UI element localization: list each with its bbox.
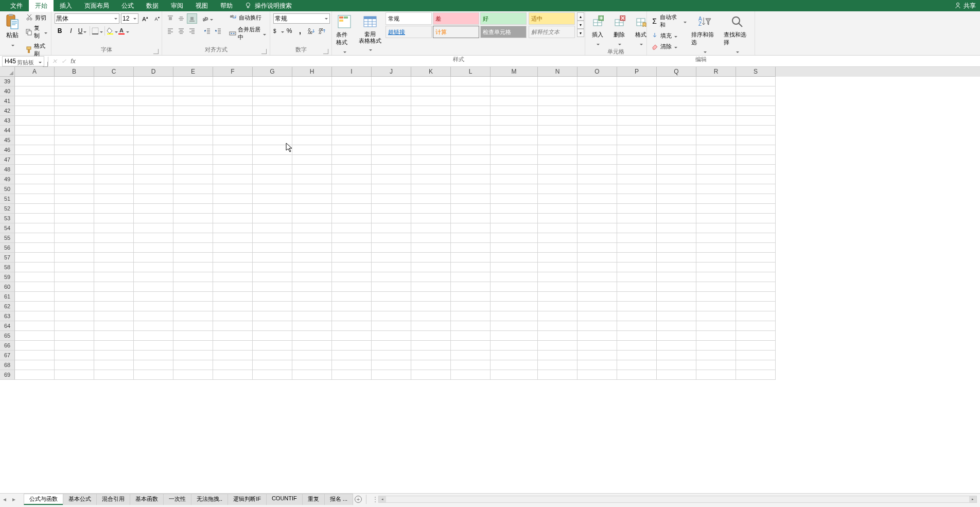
increase-font-button[interactable]: A▴ — [140, 13, 150, 24]
accounting-button[interactable]: $ — [273, 26, 284, 36]
action-search-label[interactable]: 操作说明搜索 — [255, 2, 292, 10]
font-launcher[interactable] — [153, 49, 159, 54]
col-header-L[interactable]: L — [451, 67, 491, 77]
tab-file[interactable]: 文件 — [4, 0, 29, 12]
sheet-tab[interactable]: 重复 — [302, 494, 325, 505]
insert-cells-button[interactable]: 插入 — [587, 12, 608, 48]
sheet-tab[interactable]: 报名 ... — [324, 494, 353, 505]
italic-button[interactable]: I — [66, 26, 76, 36]
row-header-68[interactable]: 68 — [0, 360, 15, 370]
align-center-button[interactable] — [176, 26, 186, 36]
format-as-table-button[interactable]: 套用 表格格式 — [357, 12, 383, 54]
fill-color-dropdown[interactable] — [114, 27, 118, 34]
decrease-decimal-button[interactable]: .00.0 — [317, 26, 327, 36]
align-bottom-button[interactable] — [187, 13, 197, 24]
gallery-expand[interactable]: ▾ — [577, 29, 584, 37]
increase-indent-button[interactable] — [213, 26, 223, 36]
accounting-dropdown[interactable] — [280, 27, 284, 34]
sheet-tab[interactable]: 逻辑判断IF — [227, 494, 267, 505]
col-header-K[interactable]: K — [411, 67, 451, 77]
table-format-dropdown[interactable] — [368, 45, 372, 53]
sheet-tab[interactable]: 基本公式 — [63, 494, 97, 505]
clipboard-launcher[interactable] — [43, 62, 48, 67]
col-header-G[interactable]: G — [253, 67, 292, 77]
style-check[interactable]: 检查单元格 — [480, 26, 527, 38]
row-header-63[interactable]: 63 — [0, 311, 15, 321]
row-header-57[interactable]: 57 — [0, 253, 15, 263]
row-header-55[interactable]: 55 — [0, 233, 15, 243]
style-normal[interactable]: 常规 — [386, 12, 432, 25]
tab-data[interactable]: 数据 — [140, 0, 165, 12]
row-header-69[interactable]: 69 — [0, 370, 15, 380]
decrease-font-button[interactable]: A▾ — [152, 13, 162, 24]
horizontal-scrollbar[interactable]: ◂ ▸ — [378, 496, 977, 503]
fill-color-button[interactable] — [107, 26, 117, 36]
row-header-59[interactable]: 59 — [0, 272, 15, 282]
col-header-C[interactable]: C — [94, 67, 134, 77]
align-right-button[interactable] — [187, 26, 197, 36]
increase-decimal-button[interactable]: .0.00 — [306, 26, 316, 36]
col-header-S[interactable]: S — [736, 67, 776, 77]
select-all-corner[interactable] — [0, 67, 15, 77]
row-header-42[interactable]: 42 — [0, 106, 15, 116]
add-sheet-button[interactable]: + — [353, 494, 364, 504]
row-header-66[interactable]: 66 — [0, 341, 15, 351]
orientation-dropdown[interactable] — [209, 15, 213, 22]
row-header-58[interactable]: 58 — [0, 263, 15, 272]
tab-view[interactable]: 视图 — [189, 0, 214, 12]
style-explain[interactable]: 解释性文本 — [529, 26, 575, 38]
gallery-scroll-up[interactable]: ▴ — [577, 12, 584, 21]
tab-formulas[interactable]: 公式 — [115, 0, 140, 12]
align-left-button[interactable] — [165, 26, 176, 36]
number-format-combo[interactable]: 常规 — [273, 13, 330, 24]
align-middle-button[interactable] — [176, 13, 186, 24]
col-header-H[interactable]: H — [292, 67, 332, 77]
row-header-64[interactable]: 64 — [0, 321, 15, 331]
sheet-nav-prev[interactable]: ◂ — [0, 495, 9, 504]
row-header-60[interactable]: 60 — [0, 282, 15, 292]
style-calc[interactable]: 计算 — [433, 26, 479, 38]
row-header-67[interactable]: 67 — [0, 351, 15, 360]
paste-button[interactable]: 粘贴 — [2, 12, 23, 49]
fill-button[interactable]: 填充 — [649, 30, 688, 41]
share-button[interactable]: 共享 — [954, 2, 976, 10]
row-header-46[interactable]: 46 — [0, 145, 15, 155]
row-header-47[interactable]: 47 — [0, 155, 15, 165]
row-header-50[interactable]: 50 — [0, 184, 15, 194]
font-color-button[interactable]: A — [118, 26, 129, 36]
delete-cells-button[interactable]: 删除 — [609, 12, 629, 48]
row-header-43[interactable]: 43 — [0, 116, 15, 126]
col-header-R[interactable]: R — [696, 67, 736, 77]
merge-dropdown[interactable] — [262, 30, 266, 37]
col-header-Q[interactable]: Q — [657, 67, 696, 77]
copy-button[interactable]: 复制 — [24, 23, 49, 41]
hscroll-left[interactable]: ◂ — [379, 496, 386, 502]
row-header-54[interactable]: 54 — [0, 223, 15, 233]
align-top-button[interactable] — [165, 13, 176, 24]
tab-home[interactable]: 开始 — [29, 0, 54, 12]
percent-button[interactable]: % — [284, 26, 294, 36]
font-color-dropdown[interactable] — [125, 27, 129, 34]
merge-center-button[interactable]: 合并后居中 — [227, 25, 268, 42]
style-hyperlink[interactable]: 超链接 — [386, 26, 432, 38]
row-header-49[interactable]: 49 — [0, 174, 15, 184]
underline-dropdown[interactable] — [82, 27, 86, 34]
sheet-tab[interactable]: 公式与函数 — [24, 494, 63, 505]
tab-page-layout[interactable]: 页面布局 — [78, 0, 115, 12]
row-header-48[interactable]: 48 — [0, 165, 15, 174]
font-size-combo[interactable]: 12 — [121, 13, 138, 24]
paste-dropdown[interactable] — [10, 41, 14, 48]
cut-button[interactable]: 剪切 — [24, 12, 49, 23]
sort-filter-button[interactable]: AZ 排序和筛选 — [689, 12, 720, 56]
alignment-launcher[interactable] — [261, 49, 267, 54]
fill-dropdown[interactable] — [673, 32, 677, 39]
sheet-tab[interactable]: 无法拖拽.. — [191, 494, 228, 505]
copy-dropdown[interactable] — [43, 29, 47, 35]
row-header-56[interactable]: 56 — [0, 243, 15, 253]
tab-review[interactable]: 审阅 — [165, 0, 189, 12]
sort-filter-dropdown[interactable] — [703, 47, 707, 55]
col-header-N[interactable]: N — [538, 67, 577, 77]
col-header-J[interactable]: J — [372, 67, 411, 77]
col-header-F[interactable]: F — [213, 67, 253, 77]
decrease-indent-button[interactable] — [202, 26, 213, 36]
